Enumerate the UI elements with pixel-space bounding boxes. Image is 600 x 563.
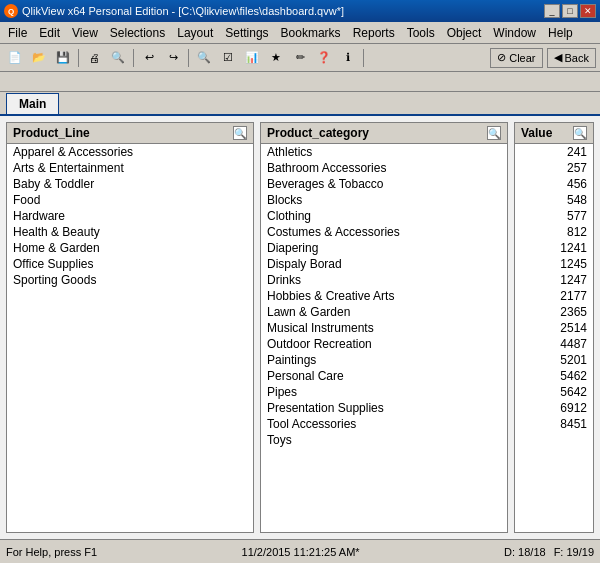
- menu-object[interactable]: Object: [441, 23, 488, 43]
- value-item[interactable]: 2365: [515, 304, 593, 320]
- list-item[interactable]: Baby & Toddler: [7, 176, 253, 192]
- save-button[interactable]: 💾: [52, 47, 74, 69]
- list-item[interactable]: Home & Garden: [7, 240, 253, 256]
- list-item[interactable]: Hardware: [7, 208, 253, 224]
- product-category-header: Product_category 🔍: [261, 123, 507, 144]
- list-item[interactable]: Blocks: [261, 192, 507, 208]
- menu-edit[interactable]: Edit: [33, 23, 66, 43]
- value-item[interactable]: 548: [515, 192, 593, 208]
- print-button[interactable]: 🖨: [83, 47, 105, 69]
- list-item[interactable]: Arts & Entertainment: [7, 160, 253, 176]
- list-item[interactable]: Musical Instruments: [261, 320, 507, 336]
- back-button[interactable]: ◀ Back: [547, 48, 596, 68]
- value-item[interactable]: 577: [515, 208, 593, 224]
- list-item[interactable]: Athletics: [261, 144, 507, 160]
- value-item[interactable]: 5462: [515, 368, 593, 384]
- menu-file[interactable]: File: [2, 23, 33, 43]
- menu-settings[interactable]: Settings: [219, 23, 274, 43]
- list-item[interactable]: Apparel & Accessories: [7, 144, 253, 160]
- value-item[interactable]: 5642: [515, 384, 593, 400]
- tab-main[interactable]: Main: [6, 93, 59, 114]
- menu-tools[interactable]: Tools: [401, 23, 441, 43]
- product-category-content[interactable]: Athletics Bathroom Accessories Beverages…: [261, 144, 507, 532]
- back-label: Back: [565, 52, 589, 64]
- list-item[interactable]: Toys: [261, 432, 507, 448]
- value-item[interactable]: 8451: [515, 416, 593, 432]
- check-button[interactable]: ☑: [217, 47, 239, 69]
- status-right: D: 18/18 F: 19/19: [504, 546, 594, 558]
- value-item[interactable]: 1245: [515, 256, 593, 272]
- value-item[interactable]: 1247: [515, 272, 593, 288]
- maximize-button[interactable]: □: [562, 4, 578, 18]
- value-item[interactable]: 812: [515, 224, 593, 240]
- product-line-header: Product_Line 🔍: [7, 123, 253, 144]
- menu-reports[interactable]: Reports: [347, 23, 401, 43]
- help-text: For Help, press F1: [6, 546, 97, 558]
- list-item[interactable]: Dispaly Borad: [261, 256, 507, 272]
- list-item[interactable]: Lawn & Garden: [261, 304, 507, 320]
- undo-button[interactable]: ↩: [138, 47, 160, 69]
- list-item[interactable]: Hobbies & Creative Arts: [261, 288, 507, 304]
- search-button[interactable]: 🔍: [193, 47, 215, 69]
- list-item[interactable]: Costumes & Accessories: [261, 224, 507, 240]
- redo-button[interactable]: ↪: [162, 47, 184, 69]
- list-item[interactable]: Outdoor Recreation: [261, 336, 507, 352]
- facts-text: F: 19/19: [554, 546, 594, 558]
- menu-bookmarks[interactable]: Bookmarks: [275, 23, 347, 43]
- value-item[interactable]: 257: [515, 160, 593, 176]
- value-item[interactable]: 2514: [515, 320, 593, 336]
- menu-help[interactable]: Help: [542, 23, 579, 43]
- toolbar-separator-2: [133, 49, 134, 67]
- toolbar-separator-1: [78, 49, 79, 67]
- list-item[interactable]: Food: [7, 192, 253, 208]
- list-item[interactable]: Office Supplies: [7, 256, 253, 272]
- value-item[interactable]: 1241: [515, 240, 593, 256]
- product-category-search[interactable]: 🔍: [487, 126, 501, 140]
- list-item[interactable]: Sporting Goods: [7, 272, 253, 288]
- menu-window[interactable]: Window: [487, 23, 542, 43]
- list-item[interactable]: Beverages & Tobacco: [261, 176, 507, 192]
- star-button[interactable]: ★: [265, 47, 287, 69]
- list-item[interactable]: Bathroom Accessories: [261, 160, 507, 176]
- list-item[interactable]: Presentation Supplies: [261, 400, 507, 416]
- value-item[interactable]: 6912: [515, 400, 593, 416]
- back-icon: ◀: [554, 51, 562, 64]
- menu-selections[interactable]: Selections: [104, 23, 171, 43]
- list-item[interactable]: Personal Care: [261, 368, 507, 384]
- value-item[interactable]: 241: [515, 144, 593, 160]
- minimize-button[interactable]: _: [544, 4, 560, 18]
- menu-layout[interactable]: Layout: [171, 23, 219, 43]
- list-item[interactable]: Diapering: [261, 240, 507, 256]
- open-button[interactable]: 📂: [28, 47, 50, 69]
- value-item[interactable]: 5201: [515, 352, 593, 368]
- info-button[interactable]: ℹ: [337, 47, 359, 69]
- edit-button[interactable]: ✏: [289, 47, 311, 69]
- value-search[interactable]: 🔍: [573, 126, 587, 140]
- list-item[interactable]: Health & Beauty: [7, 224, 253, 240]
- toolbar2: [0, 72, 600, 92]
- value-item[interactable]: 2177: [515, 288, 593, 304]
- menu-bar: File Edit View Selections Layout Setting…: [0, 22, 600, 44]
- product-line-content[interactable]: Apparel & Accessories Arts & Entertainme…: [7, 144, 253, 532]
- close-button[interactable]: ✕: [580, 4, 596, 18]
- clear-button[interactable]: ⊘ Clear: [490, 48, 542, 68]
- list-item[interactable]: Drinks: [261, 272, 507, 288]
- value-header: Value 🔍: [515, 123, 593, 144]
- list-item[interactable]: Pipes: [261, 384, 507, 400]
- value-content[interactable]: 241 257 456 548 577 812 1241 1245 1247 2…: [515, 144, 593, 532]
- new-button[interactable]: 📄: [4, 47, 26, 69]
- menu-view[interactable]: View: [66, 23, 104, 43]
- chart-button[interactable]: 📊: [241, 47, 263, 69]
- print-preview-button[interactable]: 🔍: [107, 47, 129, 69]
- help-icon-button[interactable]: ❓: [313, 47, 335, 69]
- list-item[interactable]: Clothing: [261, 208, 507, 224]
- product-line-search[interactable]: 🔍: [233, 126, 247, 140]
- value-item[interactable]: 4487: [515, 336, 593, 352]
- toolbar-separator-3: [188, 49, 189, 67]
- value-item[interactable]: 456: [515, 176, 593, 192]
- list-item[interactable]: Paintings: [261, 352, 507, 368]
- title-text: QlikView x64 Personal Edition - [C:\Qlik…: [22, 5, 344, 17]
- list-item[interactable]: Tool Accessories: [261, 416, 507, 432]
- toolbar: 📄 📂 💾 🖨 🔍 ↩ ↪ 🔍 ☑ 📊 ★ ✏ ❓ ℹ ⊘ Clear ◀ Ba…: [0, 44, 600, 72]
- toolbar-separator-4: [363, 49, 364, 67]
